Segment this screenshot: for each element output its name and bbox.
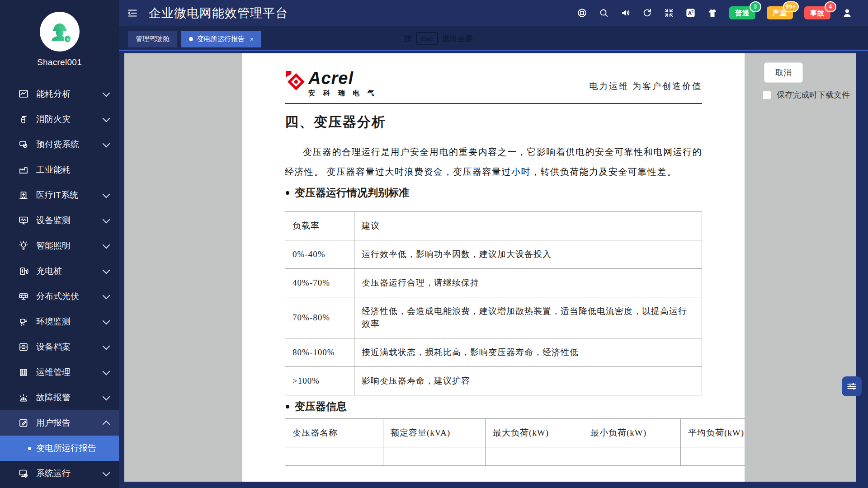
refresh-icon[interactable] <box>642 8 652 18</box>
menu-toggle-icon[interactable] <box>127 7 138 19</box>
table-row: 负载率建议 <box>285 212 702 240</box>
chevron-down-icon <box>103 292 110 300</box>
support-icon[interactable] <box>577 8 587 18</box>
sidebar-item-8[interactable]: 分布式光伏 <box>0 284 119 309</box>
brand-name-cn: 安 科 瑞 电 气 <box>308 89 377 98</box>
search-icon[interactable] <box>599 8 609 18</box>
table-header-cell: 平均负荷(kW) <box>681 419 745 447</box>
sidebar-item-label: 设备监测 <box>36 215 104 226</box>
sidebar-item-10[interactable]: 设备档案 <box>0 334 119 360</box>
table-cell: 80%-100% <box>285 338 354 367</box>
subsection-title-2: 变压器信息 <box>285 400 702 413</box>
operations-management-icon <box>18 366 30 378</box>
sidebar: Shacrel001 能耗分析消防火灾预付费系统工业能耗医疗IT系统设备监测智能… <box>0 0 119 488</box>
username: Shacrel001 <box>0 57 119 67</box>
table-cell: 建议 <box>354 212 702 240</box>
header-toolbar: A文3普通99+严重4事故 <box>577 6 868 19</box>
table-cell: 经济性低，会造成电能浪费，建议增加散热装置，适当降低电流密度，以提高运行效率 <box>354 297 702 338</box>
table-row: 80%-100%接近满载状态，损耗比高，影响变压器寿命，经济性低 <box>285 338 702 367</box>
table-cell: 运行效率低，影响功率因数，建议加大设备投入 <box>354 240 702 269</box>
prepaid-system-icon <box>18 139 30 150</box>
sidebar-item-label: 系统运行 <box>36 468 104 479</box>
sidebar-item-label: 预付费系统 <box>36 139 104 150</box>
table-cell: 接近满载状态，损耗比高，影响变压器寿命，经济性低 <box>354 338 702 367</box>
sidebar-item-label: 运维管理 <box>36 366 104 378</box>
sidebar-item-3[interactable]: 工业能耗 <box>0 157 119 183</box>
sidebar-item-14[interactable]: 系统运行 <box>0 461 119 486</box>
alarm-badge-1[interactable]: 99+严重 <box>767 6 793 19</box>
sidebar-item-2[interactable]: 预付费系统 <box>0 132 119 157</box>
translate-icon[interactable]: A文 <box>685 8 696 18</box>
chevron-down-icon <box>103 368 110 375</box>
sidebar-item-label: 消防火灾 <box>36 113 104 125</box>
sidebar-item-label: 故障报警 <box>36 392 104 404</box>
table-cell <box>383 447 486 466</box>
sidebar-item-1[interactable]: 消防火灾 <box>0 107 119 132</box>
user-icon[interactable] <box>842 8 853 19</box>
table-cell: 0%-40% <box>285 240 354 269</box>
report-settings-button[interactable] <box>842 376 862 396</box>
sidebar-item-13[interactable]: 用户报告 <box>0 410 119 436</box>
chevron-down-icon <box>103 241 110 249</box>
chevron-down-icon <box>103 89 110 97</box>
report-header: Acrel 安 科 瑞 电 气 电力运维 为客户创造价值 <box>285 70 702 99</box>
sidebar-item-12[interactable]: 故障报警 <box>0 385 119 410</box>
sidebar-item-6[interactable]: 智能照明 <box>0 233 119 258</box>
tab-0[interactable]: 管理驾驶舱 <box>128 31 177 47</box>
sidebar-item-4[interactable]: 医疗IT系统 <box>0 183 119 208</box>
environment-monitoring-icon <box>18 316 30 328</box>
sidebar-item-7[interactable]: 充电桩 <box>0 258 119 284</box>
bullet-icon <box>286 405 289 408</box>
sidebar-item-9[interactable]: 环境监测 <box>0 309 119 334</box>
download-checkbox-label: 保存完成时下载文件 <box>777 89 850 100</box>
worker-avatar-icon <box>46 18 74 46</box>
industrial-energy-icon <box>18 164 30 176</box>
sidebar-item-5[interactable]: 设备监测 <box>0 208 119 233</box>
tab-1[interactable]: 变电所运行报告× <box>181 31 261 47</box>
chevron-down-icon <box>103 393 110 401</box>
alarm-badge-2[interactable]: 4事故 <box>804 6 830 19</box>
top-header: 企业微电网能效管理平台 A文3普通99+严重4事故 <box>119 0 868 26</box>
avatar <box>40 12 80 52</box>
tab-label: 变电所运行报告 <box>197 35 245 43</box>
exit-fullscreen-icon[interactable] <box>664 8 674 18</box>
download-checkbox[interactable] <box>763 91 771 99</box>
sidebar-menu: 能耗分析消防火灾预付费系统工业能耗医疗IT系统设备监测智能照明充电桩分布式光伏环… <box>0 81 119 486</box>
table-row <box>285 447 745 466</box>
table-cell: 影响变压器寿命，建议扩容 <box>354 367 702 395</box>
device-monitoring-icon <box>18 215 30 226</box>
sidebar-item-label: 充电桩 <box>36 265 104 277</box>
chevron-down-icon <box>103 140 110 148</box>
report-preview-area[interactable]: Acrel 安 科 瑞 电 气 电力运维 为客户创造价值 四、变压器分析 变压器… <box>124 53 856 482</box>
download-option-row[interactable]: 保存完成时下载文件 <box>763 89 850 100</box>
sidebar-item-11[interactable]: 运维管理 <box>0 360 119 385</box>
tab-bar: 管理驾驶舱变电所运行报告× 按 Esc 退出全屏 <box>119 26 868 50</box>
chevron-down-icon <box>103 469 110 477</box>
sidebar-subitem-active[interactable]: 变电所运行报告 <box>0 436 119 461</box>
table-header-row: 变压器名称额定容量(kVA)最大负荷(kW)最小负荷(kW)平均负荷(kW) <box>285 419 745 447</box>
sidebar-item-label: 环境监测 <box>36 316 104 328</box>
theme-icon[interactable] <box>707 8 718 19</box>
bullet-icon <box>286 191 289 195</box>
sidebar-item-label: 工业能耗 <box>36 164 109 176</box>
esc-key-label: Esc <box>416 32 438 45</box>
section-title: 四、变压器分析 <box>285 112 702 132</box>
alarm-badge-0[interactable]: 3普通 <box>729 6 755 19</box>
bullet-icon <box>28 447 31 450</box>
cancel-button[interactable]: 取消 <box>764 62 803 83</box>
brand-slogan: 电力运维 为客户创造价值 <box>589 80 702 92</box>
chevron-down-icon <box>103 191 110 198</box>
sidebar-item-0[interactable]: 能耗分析 <box>0 81 119 107</box>
tab-close-icon[interactable]: × <box>250 36 254 43</box>
table-cell <box>681 447 745 466</box>
chevron-down-icon <box>103 317 110 325</box>
volume-icon[interactable] <box>620 8 631 18</box>
brand-text: Acrel 安 科 瑞 电 气 <box>308 70 377 98</box>
load-rate-judgement-table: 负载率建议0%-40%运行效率低，影响功率因数，建议加大设备投入40%-70%变… <box>285 211 702 395</box>
active-tab-dot <box>189 37 193 41</box>
table-row: >100%影响变压器寿命，建议扩容 <box>285 367 702 395</box>
sidebar-item-label: 智能照明 <box>36 240 104 252</box>
device-archive-icon <box>18 341 30 353</box>
table-cell: 变压器运行合理，请继续保持 <box>354 269 702 297</box>
chevron-up-icon <box>103 421 110 428</box>
